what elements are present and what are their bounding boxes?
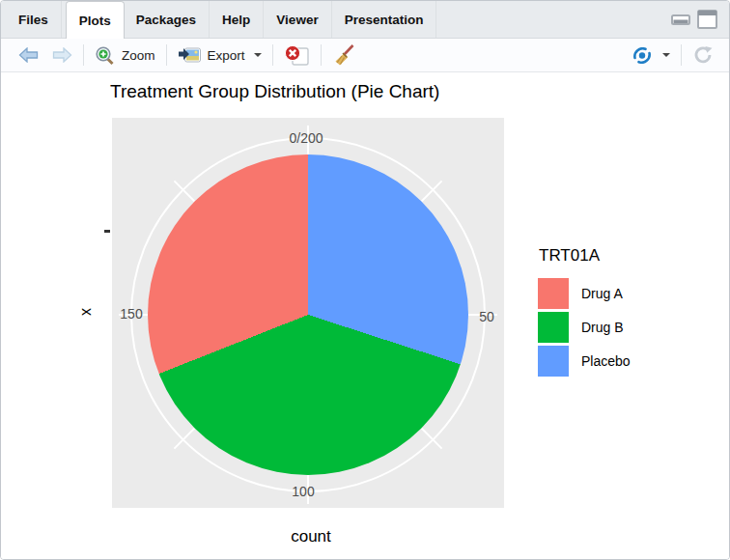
toolbar-separator xyxy=(166,44,167,66)
export-button-label: Export xyxy=(208,48,245,63)
angle-tick-150: 150 xyxy=(120,306,142,322)
zoom-button-label: Zoom xyxy=(122,48,155,63)
legend-label: Placebo xyxy=(581,353,631,369)
legend-swatch-drug-a xyxy=(538,278,569,309)
y-axis-title: x xyxy=(77,308,95,316)
angle-tick-50: 50 xyxy=(479,309,494,324)
refresh-button[interactable] xyxy=(688,43,717,67)
rstudio-plots-pane: Files Plots Packages Help Viewer Present… xyxy=(0,0,730,560)
tab-presentation[interactable]: Presentation xyxy=(332,1,437,38)
publish-button[interactable] xyxy=(627,45,674,66)
chevron-down-icon xyxy=(254,53,262,57)
broom-icon xyxy=(332,43,356,67)
tab-viewer[interactable]: Viewer xyxy=(264,1,331,38)
pane-tab-bar: Files Plots Packages Help Viewer Present… xyxy=(1,1,729,39)
toolbar-separator xyxy=(83,44,84,66)
angle-tick-0-200: 0/200 xyxy=(289,130,323,146)
legend-swatch-placebo xyxy=(538,346,569,377)
legend-title: TRT01A xyxy=(539,246,631,266)
legend-swatch-drug-b xyxy=(538,312,569,343)
tab-help[interactable]: Help xyxy=(210,1,264,38)
plot-panel: 0/200 50 100 150 xyxy=(112,118,504,508)
plot-title: Treatment Group Distribution (Pie Chart) xyxy=(110,81,439,102)
publish-icon xyxy=(631,47,654,64)
chevron-down-icon xyxy=(662,53,670,57)
back-arrow-icon xyxy=(18,47,39,63)
toolbar-separator xyxy=(321,44,322,66)
toolbar-separator xyxy=(681,44,682,66)
legend-item: Placebo xyxy=(538,346,631,377)
maximize-window-icon[interactable] xyxy=(697,10,717,29)
toolbar-separator xyxy=(272,44,273,66)
back-plot-button[interactable] xyxy=(14,45,42,65)
remove-plot-button[interactable] xyxy=(280,42,314,69)
legend: TRT01A Drug A Drug B Placebo xyxy=(538,246,631,379)
export-button[interactable]: Export xyxy=(174,44,266,66)
tab-plots[interactable]: Plots xyxy=(66,1,125,39)
zoom-magnifier-icon xyxy=(95,45,116,66)
radial-axis-tick xyxy=(104,230,110,233)
legend-label: Drug B xyxy=(581,320,624,335)
zoom-button[interactable]: Zoom xyxy=(91,43,159,68)
angle-tick-100: 100 xyxy=(292,484,314,499)
legend-item: Drug A xyxy=(538,278,631,309)
tab-packages[interactable]: Packages xyxy=(124,1,210,38)
export-image-icon xyxy=(178,46,202,64)
remove-plot-icon xyxy=(284,44,310,67)
plots-toolbar: Zoom Export xyxy=(1,39,729,72)
plot-display-area: Treatment Group Distribution (Pie Chart)… xyxy=(1,72,729,560)
legend-item: Drug B xyxy=(538,312,631,343)
x-axis-title: count xyxy=(291,527,331,546)
minimize-window-icon[interactable] xyxy=(671,14,690,25)
refresh-icon xyxy=(692,45,714,65)
tab-files[interactable]: Files xyxy=(6,1,62,38)
forward-plot-button[interactable] xyxy=(48,45,76,65)
legend-label: Drug A xyxy=(581,286,623,301)
pie-chart xyxy=(148,154,468,475)
pane-window-controls xyxy=(671,1,729,38)
clear-plots-button[interactable] xyxy=(328,42,360,69)
forward-arrow-icon xyxy=(52,47,72,63)
